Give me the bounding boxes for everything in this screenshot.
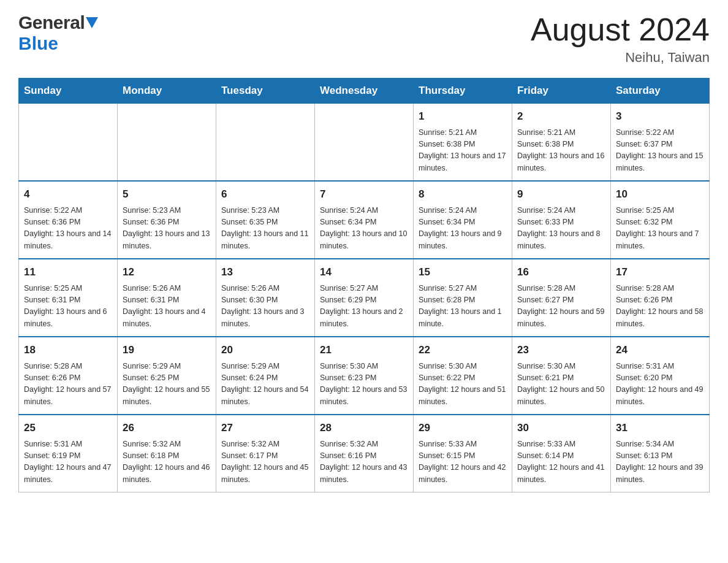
calendar-cell-w3-d5: 16Sunrise: 5:28 AM Sunset: 6:27 PM Dayli… bbox=[512, 259, 611, 337]
day-info: Sunrise: 5:34 AM Sunset: 6:13 PM Dayligh… bbox=[616, 439, 704, 486]
day-info: Sunrise: 5:30 AM Sunset: 6:21 PM Dayligh… bbox=[517, 361, 605, 408]
col-tuesday: Tuesday bbox=[216, 79, 315, 104]
day-info: Sunrise: 5:31 AM Sunset: 6:20 PM Dayligh… bbox=[616, 361, 704, 408]
day-number: 25 bbox=[24, 420, 112, 436]
calendar-cell-w2-d0: 4Sunrise: 5:22 AM Sunset: 6:36 PM Daylig… bbox=[19, 181, 118, 259]
col-thursday: Thursday bbox=[414, 79, 512, 104]
day-number: 24 bbox=[616, 342, 704, 358]
month-title: August 2024 bbox=[531, 12, 710, 47]
day-number: 10 bbox=[616, 186, 704, 202]
calendar-cell-w3-d2: 13Sunrise: 5:26 AM Sunset: 6:30 PM Dayli… bbox=[216, 259, 315, 337]
day-info: Sunrise: 5:22 AM Sunset: 6:37 PM Dayligh… bbox=[616, 127, 704, 175]
day-number: 16 bbox=[517, 264, 605, 280]
day-number: 11 bbox=[24, 264, 112, 280]
calendar-cell-w5-d2: 27Sunrise: 5:32 AM Sunset: 6:17 PM Dayli… bbox=[216, 415, 315, 492]
day-info: Sunrise: 5:33 AM Sunset: 6:15 PM Dayligh… bbox=[419, 439, 507, 486]
calendar-week-row-2: 4Sunrise: 5:22 AM Sunset: 6:36 PM Daylig… bbox=[19, 181, 710, 259]
calendar-cell-w2-d4: 8Sunrise: 5:24 AM Sunset: 6:34 PM Daylig… bbox=[414, 181, 512, 259]
calendar-cell-w3-d0: 11Sunrise: 5:25 AM Sunset: 6:31 PM Dayli… bbox=[19, 259, 118, 337]
day-number: 19 bbox=[123, 342, 211, 358]
day-number: 5 bbox=[123, 186, 211, 202]
calendar-cell-w2-d6: 10Sunrise: 5:25 AM Sunset: 6:32 PM Dayli… bbox=[611, 181, 710, 259]
day-number: 30 bbox=[517, 420, 605, 436]
calendar-cell-w1-d2 bbox=[216, 104, 315, 182]
calendar-cell-w4-d0: 18Sunrise: 5:28 AM Sunset: 6:26 PM Dayli… bbox=[19, 337, 118, 415]
day-info: Sunrise: 5:28 AM Sunset: 6:26 PM Dayligh… bbox=[24, 361, 112, 408]
day-info: Sunrise: 5:31 AM Sunset: 6:19 PM Dayligh… bbox=[24, 439, 112, 486]
day-info: Sunrise: 5:25 AM Sunset: 6:31 PM Dayligh… bbox=[24, 283, 112, 331]
calendar-cell-w1-d0 bbox=[19, 104, 118, 182]
svg-marker-0 bbox=[86, 17, 98, 28]
page-header: General Blue August 2024 Neihu, Taiwan bbox=[18, 12, 710, 66]
day-number: 13 bbox=[221, 264, 309, 280]
day-number: 2 bbox=[517, 109, 605, 124]
calendar-cell-w3-d1: 12Sunrise: 5:26 AM Sunset: 6:31 PM Dayli… bbox=[118, 259, 216, 337]
calendar-cell-w3-d6: 17Sunrise: 5:28 AM Sunset: 6:26 PM Dayli… bbox=[611, 259, 710, 337]
calendar-week-row-3: 11Sunrise: 5:25 AM Sunset: 6:31 PM Dayli… bbox=[19, 259, 710, 337]
calendar-cell-w4-d4: 22Sunrise: 5:30 AM Sunset: 6:22 PM Dayli… bbox=[414, 337, 512, 415]
day-number: 28 bbox=[320, 420, 408, 436]
calendar-cell-w3-d3: 14Sunrise: 5:27 AM Sunset: 6:29 PM Dayli… bbox=[315, 259, 414, 337]
day-info: Sunrise: 5:28 AM Sunset: 6:27 PM Dayligh… bbox=[517, 283, 605, 331]
calendar-cell-w5-d4: 29Sunrise: 5:33 AM Sunset: 6:15 PM Dayli… bbox=[414, 415, 512, 492]
day-number: 3 bbox=[616, 109, 704, 124]
calendar-cell-w5-d0: 25Sunrise: 5:31 AM Sunset: 6:19 PM Dayli… bbox=[19, 415, 118, 492]
day-info: Sunrise: 5:30 AM Sunset: 6:23 PM Dayligh… bbox=[320, 361, 408, 408]
day-info: Sunrise: 5:32 AM Sunset: 6:16 PM Dayligh… bbox=[320, 439, 408, 486]
calendar-cell-w1-d4: 1Sunrise: 5:21 AM Sunset: 6:38 PM Daylig… bbox=[414, 104, 512, 182]
day-number: 20 bbox=[221, 342, 309, 358]
col-wednesday: Wednesday bbox=[315, 79, 414, 104]
calendar-cell-w5-d5: 30Sunrise: 5:33 AM Sunset: 6:14 PM Dayli… bbox=[512, 415, 611, 492]
day-info: Sunrise: 5:32 AM Sunset: 6:18 PM Dayligh… bbox=[123, 439, 211, 486]
day-info: Sunrise: 5:21 AM Sunset: 6:38 PM Dayligh… bbox=[419, 127, 507, 175]
day-number: 23 bbox=[517, 342, 605, 358]
calendar-cell-w4-d3: 21Sunrise: 5:30 AM Sunset: 6:23 PM Dayli… bbox=[315, 337, 414, 415]
logo-general-text: General bbox=[18, 12, 85, 33]
day-info: Sunrise: 5:24 AM Sunset: 6:34 PM Dayligh… bbox=[419, 205, 507, 253]
day-number: 9 bbox=[517, 186, 605, 202]
calendar-week-row-4: 18Sunrise: 5:28 AM Sunset: 6:26 PM Dayli… bbox=[19, 337, 710, 415]
calendar-cell-w1-d6: 3Sunrise: 5:22 AM Sunset: 6:37 PM Daylig… bbox=[611, 104, 710, 182]
col-monday: Monday bbox=[118, 79, 216, 104]
calendar-cell-w2-d1: 5Sunrise: 5:23 AM Sunset: 6:36 PM Daylig… bbox=[118, 181, 216, 259]
calendar-cell-w2-d5: 9Sunrise: 5:24 AM Sunset: 6:33 PM Daylig… bbox=[512, 181, 611, 259]
day-number: 29 bbox=[419, 420, 507, 436]
calendar-cell-w2-d3: 7Sunrise: 5:24 AM Sunset: 6:34 PM Daylig… bbox=[315, 181, 414, 259]
day-number: 26 bbox=[123, 420, 211, 436]
col-friday: Friday bbox=[512, 79, 611, 104]
location-text: Neihu, Taiwan bbox=[531, 50, 710, 66]
col-saturday: Saturday bbox=[611, 79, 710, 104]
title-area: August 2024 Neihu, Taiwan bbox=[531, 12, 710, 66]
day-info: Sunrise: 5:26 AM Sunset: 6:31 PM Dayligh… bbox=[123, 283, 211, 331]
day-number: 18 bbox=[24, 342, 112, 358]
logo-blue-text: Blue bbox=[18, 33, 58, 54]
calendar-cell-w5-d3: 28Sunrise: 5:32 AM Sunset: 6:16 PM Dayli… bbox=[315, 415, 414, 492]
day-number: 1 bbox=[419, 109, 507, 124]
day-number: 7 bbox=[320, 186, 408, 202]
day-number: 4 bbox=[24, 186, 112, 202]
day-info: Sunrise: 5:25 AM Sunset: 6:32 PM Dayligh… bbox=[616, 205, 704, 253]
calendar-week-row-1: 1Sunrise: 5:21 AM Sunset: 6:38 PM Daylig… bbox=[19, 104, 710, 182]
day-info: Sunrise: 5:23 AM Sunset: 6:35 PM Dayligh… bbox=[221, 205, 309, 253]
calendar-table: Sunday Monday Tuesday Wednesday Thursday… bbox=[18, 78, 710, 492]
calendar-header-row: Sunday Monday Tuesday Wednesday Thursday… bbox=[19, 79, 710, 104]
day-info: Sunrise: 5:27 AM Sunset: 6:28 PM Dayligh… bbox=[419, 283, 507, 331]
day-info: Sunrise: 5:26 AM Sunset: 6:30 PM Dayligh… bbox=[221, 283, 309, 331]
calendar-cell-w1-d1 bbox=[118, 104, 216, 182]
day-info: Sunrise: 5:32 AM Sunset: 6:17 PM Dayligh… bbox=[221, 439, 309, 486]
day-info: Sunrise: 5:28 AM Sunset: 6:26 PM Dayligh… bbox=[616, 283, 704, 331]
calendar-cell-w4-d2: 20Sunrise: 5:29 AM Sunset: 6:24 PM Dayli… bbox=[216, 337, 315, 415]
calendar-cell-w4-d1: 19Sunrise: 5:29 AM Sunset: 6:25 PM Dayli… bbox=[118, 337, 216, 415]
day-number: 12 bbox=[123, 264, 211, 280]
calendar-cell-w5-d6: 31Sunrise: 5:34 AM Sunset: 6:13 PM Dayli… bbox=[611, 415, 710, 492]
day-number: 6 bbox=[221, 186, 309, 202]
day-number: 8 bbox=[419, 186, 507, 202]
day-info: Sunrise: 5:29 AM Sunset: 6:25 PM Dayligh… bbox=[123, 361, 211, 408]
day-number: 17 bbox=[616, 264, 704, 280]
calendar-cell-w3-d4: 15Sunrise: 5:27 AM Sunset: 6:28 PM Dayli… bbox=[414, 259, 512, 337]
calendar-cell-w2-d2: 6Sunrise: 5:23 AM Sunset: 6:35 PM Daylig… bbox=[216, 181, 315, 259]
day-number: 27 bbox=[221, 420, 309, 436]
day-number: 21 bbox=[320, 342, 408, 358]
day-info: Sunrise: 5:27 AM Sunset: 6:29 PM Dayligh… bbox=[320, 283, 408, 331]
calendar-cell-w5-d1: 26Sunrise: 5:32 AM Sunset: 6:18 PM Dayli… bbox=[118, 415, 216, 492]
